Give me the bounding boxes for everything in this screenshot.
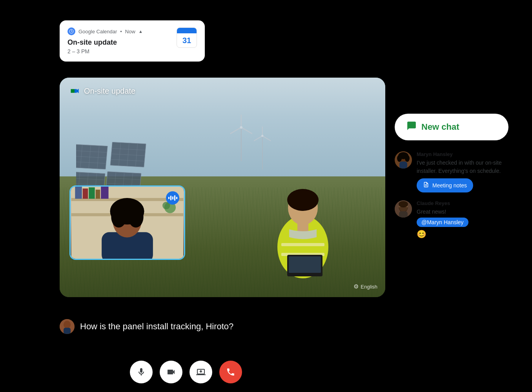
emoji-reaction: 😊 <box>417 229 468 239</box>
share-screen-icon <box>196 367 206 377</box>
chat-body-1: I've just checked in with our on-site in… <box>417 159 508 175</box>
svg-point-63 <box>111 206 126 227</box>
maryn-avatar-svg <box>395 151 412 169</box>
svg-line-32 <box>230 127 241 134</box>
meeting-notes-chip[interactable]: Meeting notes <box>417 178 473 192</box>
new-chat-button[interactable]: New chat <box>395 114 508 140</box>
camera-icon <box>166 367 176 377</box>
svg-rect-53 <box>83 189 88 199</box>
new-chat-label: New chat <box>421 122 459 132</box>
person-hiroto-svg <box>260 161 346 286</box>
notes-icon <box>423 181 429 189</box>
notification-content: Google Calendar • Now ▲ On-site update 2… <box>67 27 143 54</box>
calendar-day-number: 31 <box>177 33 197 47</box>
end-call-button[interactable] <box>219 361 242 383</box>
svg-rect-52 <box>75 187 82 199</box>
language-label: ⚙ English <box>353 283 377 290</box>
share-screen-button[interactable] <box>189 361 212 383</box>
svg-point-72 <box>405 155 410 162</box>
svg-rect-48 <box>75 89 77 93</box>
mic-icon <box>137 367 146 377</box>
video-call-container: On-site update ⚙ English <box>60 78 385 297</box>
chat-content-1: Maryn Hansley I've just checked in with … <box>417 151 508 192</box>
calendar-icon-header <box>177 28 197 33</box>
caption-text: How is the panel install tracking, Hirot… <box>80 321 233 332</box>
svg-rect-46 <box>297 221 308 231</box>
document-icon <box>423 181 429 188</box>
svg-rect-54 <box>89 187 95 199</box>
svg-point-71 <box>397 155 402 162</box>
right-panel: New chat Maryn Hansley I've just checked… <box>395 114 508 247</box>
svg-point-38 <box>261 135 263 137</box>
svg-rect-56 <box>101 187 108 199</box>
video-call-title: On-site update <box>84 87 135 96</box>
svg-line-37 <box>254 136 262 141</box>
caption-bar: How is the panel install tracking, Hirot… <box>60 319 312 334</box>
audio-bar-3 <box>172 196 173 200</box>
svg-point-76 <box>399 201 408 207</box>
notification-event-time: 2 – 3 PM <box>67 48 143 54</box>
settings-icon: ⚙ <box>353 283 359 290</box>
svg-rect-77 <box>399 211 408 218</box>
audio-bar-2 <box>170 196 171 200</box>
calendar-icon: 31 <box>177 27 197 48</box>
svg-line-31 <box>241 127 252 134</box>
notification-header: Google Calendar • Now ▲ <box>67 27 143 35</box>
meeting-notes-label: Meeting notes <box>432 182 467 189</box>
caption-avatar-svg <box>60 319 75 334</box>
chat-message-1: Maryn Hansley I've just checked in with … <box>395 151 508 192</box>
notification-time: Now <box>125 29 135 34</box>
gcal-icon <box>67 27 75 35</box>
claude-avatar-svg <box>395 200 412 218</box>
chevron-up-icon: ▲ <box>138 29 143 34</box>
language-text: English <box>361 284 377 290</box>
chat-body-2: Great news! <box>417 208 468 216</box>
svg-rect-55 <box>96 190 100 199</box>
svg-line-36 <box>262 136 271 141</box>
chat-sender-1: Maryn Hansley <box>417 151 508 157</box>
notification-card: Google Calendar • Now ▲ On-site update 2… <box>60 20 205 62</box>
chat-sender-2: Claude Reyes <box>417 200 468 206</box>
video-call-header: On-site update <box>69 85 135 96</box>
audio-bar-4 <box>174 195 175 201</box>
svg-rect-43 <box>289 256 321 273</box>
audio-bar-5 <box>176 197 177 199</box>
audio-bar-1 <box>168 197 169 199</box>
chat-bubble-icon <box>406 121 417 131</box>
notification-source: Google Calendar <box>78 29 117 34</box>
svg-point-45 <box>287 189 319 211</box>
notification-separator: • <box>120 29 122 34</box>
svg-point-33 <box>240 126 242 129</box>
svg-rect-40 <box>281 243 324 246</box>
svg-rect-67 <box>64 328 71 334</box>
notification-event-title: On-site update <box>67 38 143 47</box>
self-view-pip <box>69 185 185 260</box>
camera-button[interactable] <box>160 361 182 383</box>
chat-message-2: Claude Reyes Great news! @Maryn Hansley … <box>395 200 508 239</box>
caption-avatar <box>60 319 75 334</box>
mic-button[interactable] <box>130 361 153 383</box>
mention-chip: @Maryn Hansley <box>417 218 468 227</box>
meet-logo-icon <box>69 85 80 96</box>
chat-content-2: Claude Reyes Great news! @Maryn Hansley … <box>417 200 468 239</box>
controls-bar[interactable] <box>60 361 312 383</box>
avatar-maryn <box>395 151 412 169</box>
svg-point-66 <box>64 321 71 328</box>
mention-text: @Maryn Hansley <box>421 219 464 225</box>
new-chat-icon <box>406 121 417 133</box>
svg-rect-1 <box>76 144 107 169</box>
end-call-icon <box>226 367 235 377</box>
audio-indicator <box>166 191 179 205</box>
avatar-claude <box>395 200 412 218</box>
audio-bars <box>168 195 177 201</box>
svg-point-64 <box>128 206 144 227</box>
svg-rect-73 <box>399 162 407 169</box>
